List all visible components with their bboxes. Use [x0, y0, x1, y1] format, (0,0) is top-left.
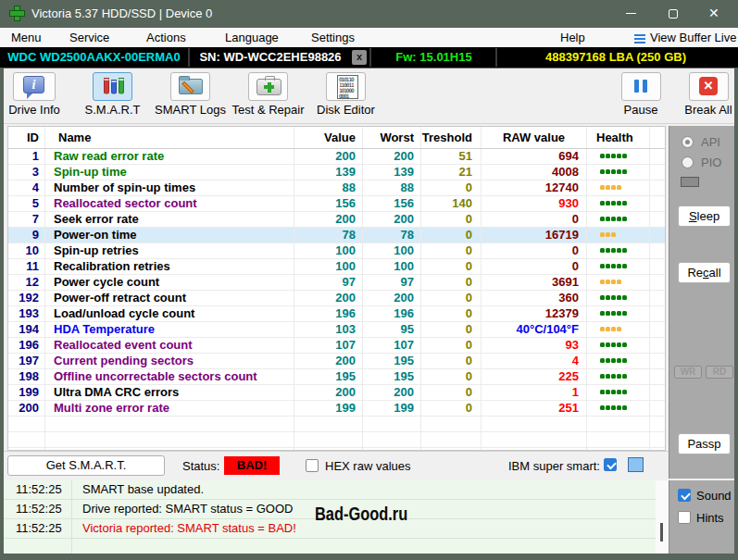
toolbar-smart-logs[interactable] — [170, 72, 210, 101]
cell-health — [587, 306, 650, 322]
menu-menu[interactable]: Menu — [11, 31, 42, 44]
get-smart-button[interactable]: Get S.M.A.R.T. — [7, 455, 165, 476]
log-entry: 11:52:25SMART base updated. — [4, 480, 656, 500]
passp-button[interactable]: Passp — [678, 433, 731, 454]
smart-row-193[interactable]: 193Load/unload cycle count196196012379 — [8, 306, 665, 322]
cell-value: 139 — [294, 165, 363, 180]
cell-value: 199 — [294, 401, 363, 417]
log-time: 11:52:25 — [4, 500, 72, 518]
cell-value: 200 — [294, 291, 363, 306]
cell-tresh: 0 — [421, 354, 482, 369]
toolbar-drive-info[interactable]: i — [13, 72, 56, 101]
pio-radio-label: PIO — [701, 156, 721, 169]
cell-worst: 78 — [363, 228, 421, 243]
break-all-button[interactable]: ✕ — [689, 72, 729, 101]
break-all-icon: ✕ — [699, 77, 718, 95]
cell-raw: 40°C/104°F — [482, 322, 587, 338]
hints-label: Hints — [696, 511, 724, 525]
header-name[interactable]: Name — [45, 127, 294, 148]
sound-label: Sound — [696, 489, 732, 503]
smart-row-197[interactable]: 197Current pending sectors20019504 — [8, 354, 665, 369]
menu-actions[interactable]: Actions — [146, 31, 186, 44]
cell-name: Spin-up retries — [45, 243, 294, 259]
menu-language[interactable]: Language — [225, 31, 279, 44]
menu-service[interactable]: Service — [69, 31, 109, 44]
smart-row-199[interactable]: 199Ultra DMA CRC errors20020001 — [8, 385, 665, 401]
cell-health — [587, 196, 650, 212]
header-health[interactable]: Health — [587, 127, 650, 148]
smart-row-1[interactable]: 1Raw read error rate20020051694 — [8, 149, 665, 165]
smart-row-200[interactable]: 200Multi zone error rate1991990251 — [8, 401, 665, 417]
cell-value: 200 — [294, 385, 363, 401]
log-scrollbar[interactable] — [656, 480, 669, 554]
toolbar-disk-editor[interactable]: 0101101100111010000001 — [326, 72, 366, 101]
toolbar-s-m-a-r-t[interactable] — [93, 72, 132, 101]
header-raw-value[interactable]: RAW value — [482, 127, 587, 148]
wr-button[interactable]: WR — [674, 366, 702, 379]
cell-name: Power cycle count — [45, 275, 294, 291]
cell-id: 192 — [8, 291, 45, 306]
cell-name: Ultra DMA CRC errors — [45, 385, 294, 401]
cell-raw: 694 — [482, 149, 587, 165]
cell-id: 11 — [8, 259, 45, 275]
cell-tresh: 0 — [421, 338, 482, 354]
smart-row-11[interactable]: 11Recalibration retries10010000 — [8, 259, 665, 275]
cell-raw: 4 — [482, 354, 587, 369]
header-id[interactable]: ID — [8, 127, 45, 148]
side-panel: API PIO Sleep Recall WR RD Passp — [669, 126, 734, 479]
log-area: 11:52:25SMART base updated.11:52:25Drive… — [4, 480, 656, 554]
cell-value: 103 — [294, 322, 363, 338]
header-worst[interactable]: Worst — [363, 127, 421, 148]
header-treshold[interactable]: Treshold — [421, 127, 482, 148]
pause-button[interactable] — [621, 72, 661, 101]
recall-button[interactable]: Recall — [678, 262, 731, 283]
cell-id: 199 — [8, 385, 45, 401]
smart-row-3[interactable]: 3Spin-up time139139214008 — [8, 165, 665, 180]
cell-value: 200 — [294, 212, 363, 228]
cell-raw: 251 — [482, 401, 587, 417]
minimize-button[interactable] — [607, 0, 648, 28]
smart-row-7[interactable]: 7Seek error rate20020000 — [8, 212, 665, 228]
cell-health — [587, 149, 650, 165]
hints-checkbox[interactable] — [678, 511, 691, 524]
rd-button[interactable]: RD — [706, 366, 733, 379]
maximize-button[interactable] — [650, 0, 691, 28]
toolbar-test-repair[interactable] — [248, 72, 288, 101]
watermark: Bad-Good.ru — [315, 504, 407, 525]
log-message: SMART base updated. — [72, 480, 656, 499]
cell-health — [587, 259, 650, 275]
menu-help[interactable]: Help — [560, 31, 585, 44]
hex-raw-checkbox[interactable] — [306, 459, 319, 472]
ibm-smart-checkbox[interactable] — [604, 458, 617, 471]
cell-worst: 196 — [363, 306, 421, 322]
window-frame — [0, 554, 738, 560]
view-buffer-live[interactable]: View Buffer Live — [650, 31, 736, 44]
cell-health — [587, 322, 650, 338]
cell-name: Load/unload cycle count — [45, 306, 294, 322]
pio-radio[interactable] — [682, 156, 694, 168]
smart-row-9[interactable]: 9Power-on time7878016719 — [8, 228, 665, 243]
smart-row-192[interactable]: 192Power-off retract count2002000360 — [8, 291, 665, 306]
info-bubble-icon: i — [23, 76, 44, 93]
smart-row-4[interactable]: 4Number of spin-up times8888012740 — [8, 180, 665, 196]
api-radio[interactable] — [682, 136, 694, 148]
smart-row-198[interactable]: 198Offline uncorrectable sectors count19… — [8, 369, 665, 385]
menu-settings[interactable]: Settings — [311, 31, 355, 44]
sleep-button[interactable]: Sleep — [678, 205, 731, 227]
cell-id: 193 — [8, 306, 45, 322]
cell-name: Power-off retract count — [45, 291, 294, 306]
clear-serial-button[interactable]: x — [352, 50, 367, 65]
smart-row-12[interactable]: 12Power cycle count979703691 — [8, 275, 665, 291]
cell-raw: 0 — [482, 243, 587, 259]
smart-row-194[interactable]: 194HDA Temperature10395040°C/104°F — [8, 322, 665, 338]
ibm-color-swatch[interactable] — [628, 457, 644, 472]
sound-checkbox[interactable] — [678, 489, 691, 502]
cell-worst: 100 — [363, 243, 421, 259]
header-value[interactable]: Value — [294, 127, 363, 148]
smart-row-5[interactable]: 5Reallocated sector count156156140930 — [8, 196, 665, 212]
smart-row-10[interactable]: 10Spin-up retries10010000 — [8, 243, 665, 259]
close-button[interactable]: ✕ — [693, 0, 733, 28]
cell-tresh: 0 — [421, 259, 482, 275]
cell-tresh: 0 — [421, 180, 482, 196]
smart-row-196[interactable]: 196Reallocated event count107107093 — [8, 338, 665, 354]
